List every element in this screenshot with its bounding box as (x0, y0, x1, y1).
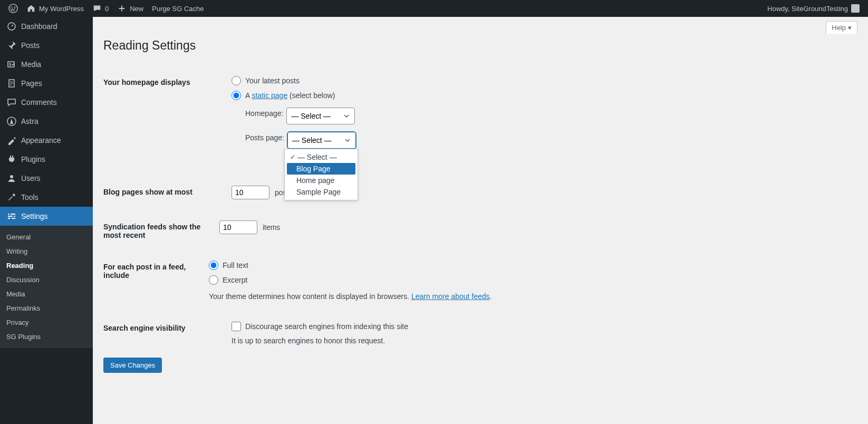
row-blog-pages: Blog pages show at most posts (103, 154, 857, 199)
submenu-media[interactable]: Media (0, 287, 93, 301)
sidebar-label: Comments (21, 98, 57, 107)
topbar-left: My WordPress 0 New Purge SG Cache (4, 0, 208, 17)
dropdown-option-home-page[interactable]: Home page (287, 175, 355, 186)
row-feed-include: For each post in a feed, include Full te… (103, 239, 857, 301)
label-blog-pages: Blog pages show at most (103, 186, 232, 196)
site-name-link[interactable]: My WordPress (22, 0, 88, 17)
homepage-select[interactable]: — Select — (286, 108, 355, 124)
chevron-down-icon: ▾ (848, 24, 852, 32)
page-title: Reading Settings (103, 34, 857, 55)
label-syndication: Syndication feeds show the most recent (103, 220, 219, 239)
radio-static-page[interactable] (232, 91, 241, 100)
sidebar-label: Astra (21, 117, 38, 126)
sidebar-label: Plugins (21, 155, 45, 163)
checkbox-discourage[interactable] (232, 322, 241, 331)
plus-icon (117, 4, 127, 13)
feed-include-options: Full text Excerpt Your theme determines … (209, 261, 857, 301)
comments-link[interactable]: 0 (88, 0, 113, 17)
submenu-reading[interactable]: Reading (0, 258, 93, 273)
submenu-privacy[interactable]: Privacy (0, 315, 93, 330)
label-feed-include: For each post in a feed, include (103, 261, 209, 280)
sidebar-item-tools[interactable]: Tools (0, 188, 93, 207)
blog-pages-input[interactable] (232, 186, 269, 199)
radio-latest-posts-label[interactable]: Your latest posts (232, 76, 857, 85)
pages-icon (6, 78, 17, 89)
radio-excerpt-label[interactable]: Excerpt (209, 275, 857, 285)
latest-posts-text: Your latest posts (245, 76, 300, 85)
sidebar-label: Appearance (21, 136, 61, 144)
comment-icon (92, 4, 102, 13)
sidebar-label: Pages (21, 79, 42, 88)
syndication-input[interactable] (219, 220, 257, 234)
wordpress-logo-icon (8, 4, 18, 13)
pin-icon (6, 40, 17, 51)
search-visibility-control: Discourage search engines from indexing … (232, 322, 857, 345)
radio-full-text-label[interactable]: Full text (209, 261, 857, 270)
discourage-text: Discourage search engines from indexing … (245, 322, 408, 331)
svg-rect-8 (8, 216, 15, 217)
row-homepage-displays: Your homepage displays Your latest posts… (103, 65, 857, 154)
dropdown-option-select[interactable]: — Select — (287, 151, 355, 163)
site-name-text: My WordPress (39, 5, 84, 13)
label-homepage-displays: Your homepage displays (103, 76, 232, 86)
save-button[interactable]: Save Changes (103, 358, 162, 373)
theme-description: Your theme determines how content is dis… (209, 292, 857, 301)
sidebar-item-dashboard[interactable]: Dashboard (0, 17, 93, 36)
account-link[interactable]: Howdy, SiteGroundTesting (763, 0, 864, 17)
svg-point-11 (13, 216, 14, 217)
submenu-discussion[interactable]: Discussion (0, 273, 93, 287)
dropdown-option-blog-page[interactable]: Blog Page (287, 163, 355, 175)
purge-text: Purge SG Cache (152, 5, 204, 13)
admin-top-bar: My WordPress 0 New Purge SG Cache Howdy,… (0, 0, 868, 17)
help-tab[interactable]: Help ▾ (826, 21, 857, 34)
label-search-visibility: Search engine visibility (103, 322, 232, 332)
submenu-sg-plugins[interactable]: SG Plugins (0, 330, 93, 344)
items-suffix: items (263, 223, 280, 232)
radio-excerpt[interactable] (209, 275, 218, 285)
purge-cache-link[interactable]: Purge SG Cache (148, 0, 208, 17)
full-text-text: Full text (223, 261, 248, 269)
sidebar-item-users[interactable]: Users (0, 169, 93, 188)
sidebar-item-appearance[interactable]: Appearance (0, 131, 93, 150)
sidebar-label: Media (21, 60, 41, 69)
dropdown-option-sample-page[interactable]: Sample Page (287, 186, 355, 198)
static-page-link[interactable]: static page (252, 91, 287, 100)
submenu-permalinks[interactable]: Permalinks (0, 301, 93, 315)
submit-row: Save Changes (103, 358, 857, 373)
help-label: Help (832, 24, 846, 32)
comments-count: 0 (105, 5, 109, 13)
tools-icon (6, 192, 17, 203)
posts-page-select-row: Posts page: — Select — — Select — Blog P… (245, 132, 857, 149)
sidebar-label: Tools (21, 193, 38, 201)
sidebar-item-astra[interactable]: Astra (0, 112, 93, 131)
posts-page-select-wrap: — Select — — Select — Blog Page Home pag… (287, 132, 356, 149)
home-icon (26, 4, 36, 13)
sidebar-item-settings[interactable]: Settings (0, 207, 93, 226)
submenu-general[interactable]: General (0, 230, 93, 244)
main-content: Help ▾ Reading Settings Your homepage di… (93, 17, 868, 383)
sidebar-item-plugins[interactable]: Plugins (0, 150, 93, 169)
wordpress-logo-link[interactable] (4, 0, 22, 17)
sidebar-item-media[interactable]: Media (0, 55, 93, 74)
sidebar-item-pages[interactable]: Pages (0, 74, 93, 93)
sidebar-item-posts[interactable]: Posts (0, 36, 93, 55)
homepage-select-label: Homepage: (245, 109, 283, 118)
checkbox-discourage-label[interactable]: Discourage search engines from indexing … (232, 322, 857, 331)
new-text: New (130, 5, 143, 13)
new-link[interactable]: New (113, 0, 148, 17)
sidebar-label: Posts (21, 41, 40, 50)
static-page-text: A static page (select below) (245, 91, 335, 100)
radio-full-text[interactable] (209, 261, 218, 270)
comments-icon (6, 97, 17, 108)
svg-point-0 (9, 4, 17, 13)
posts-page-select-label: Posts page: (245, 133, 284, 142)
excerpt-text: Excerpt (223, 276, 247, 284)
submenu-writing[interactable]: Writing (0, 244, 93, 258)
svg-point-6 (10, 175, 13, 178)
learn-more-link[interactable]: Learn more about feeds (411, 292, 490, 301)
row-search-visibility: Search engine visibility Discourage sear… (103, 301, 857, 345)
radio-static-page-label[interactable]: A static page (select below) (232, 91, 857, 100)
radio-latest-posts[interactable] (232, 76, 241, 85)
sidebar-item-comments[interactable]: Comments (0, 93, 93, 112)
posts-page-select[interactable]: — Select — (287, 132, 356, 149)
